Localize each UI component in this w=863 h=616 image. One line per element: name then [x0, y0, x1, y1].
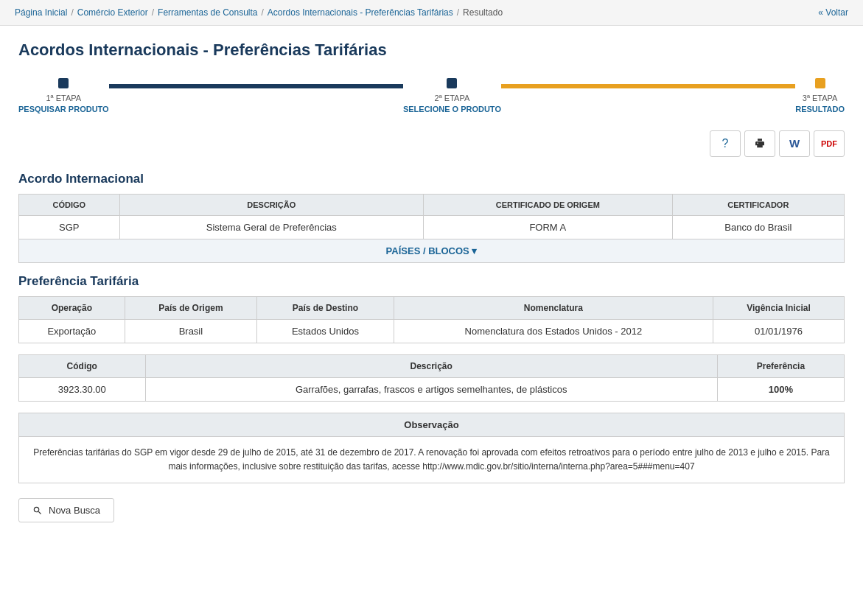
pref-col-origem: País de Origem [125, 296, 256, 319]
acordo-certificador: Banco do Brasil [672, 215, 844, 239]
pref2-col-codigo: Código [19, 354, 146, 377]
breadcrumb-comercio[interactable]: Comércio Exterior [77, 7, 148, 18]
connector-1 [109, 84, 403, 88]
paises-link[interactable]: PAÍSES / BLOCOS ▾ [386, 245, 478, 256]
steps-progress: 1ª ETAPA PESQUISAR PRODUTO 2ª ETAPA SELE… [18, 78, 845, 116]
breadcrumb-acordos[interactable]: Acordos Internacionais - Preferências Ta… [268, 7, 453, 18]
step-2-num: 2ª ETAPA [403, 93, 501, 104]
pref2-descricao: Garrafões, garrafas, frascos e artigos s… [145, 377, 717, 401]
print-button[interactable] [744, 130, 775, 157]
step-3: 3ª ETAPA RESULTADO [795, 78, 845, 116]
pdf-button[interactable]: PDF [814, 130, 845, 157]
breadcrumb-home[interactable]: Página Inicial [15, 7, 67, 18]
preferencia-table-2: Código Descrição Preferência 3923.30.00 … [18, 354, 845, 402]
step-3-name: RESULTADO [795, 104, 845, 115]
pref-origem: Brasil [125, 319, 256, 343]
obs-body: Preferências tarifárias do SGP em vigor … [18, 436, 845, 483]
step-1-num: 1ª ETAPA [18, 93, 109, 104]
step-3-num: 3ª ETAPA [795, 93, 845, 104]
nova-busca-label: Nova Busca [49, 505, 100, 516]
pref2-codigo: 3923.30.00 [19, 377, 146, 401]
step-1-dot [58, 78, 69, 88]
step-3-dot [815, 78, 825, 88]
acordo-codigo: SGP [19, 215, 120, 239]
acordo-col-certificador: CERTIFICADOR [672, 194, 844, 215]
pref2-col-descricao: Descrição [145, 354, 717, 377]
pref-col-destino: País de Destino [257, 296, 394, 319]
search-icon [32, 505, 43, 516]
breadcrumb: Página Inicial / Comércio Exterior / Fer… [0, 0, 863, 26]
acordo-certificado: FORM A [423, 215, 672, 239]
acordo-section-title: Acordo Internacional [18, 172, 845, 186]
acordo-table: CÓDIGO DESCRIÇÃO CERTIFICADO DE ORIGEM C… [18, 194, 845, 263]
acordo-col-descricao: DESCRIÇÃO [119, 194, 423, 215]
pref-col-vigencia: Vigência Inicial [713, 296, 844, 319]
help-button[interactable]: ? [710, 130, 741, 157]
nova-busca-button[interactable]: Nova Busca [18, 498, 114, 522]
acordo-col-codigo: CÓDIGO [19, 194, 120, 215]
pref-destino: Estados Unidos [257, 319, 394, 343]
step-1-name: PESQUISAR PRODUTO [18, 104, 109, 115]
step-2-name: SELECIONE O PRODUTO [403, 104, 501, 115]
word-button[interactable]: W [779, 130, 810, 157]
pref-row-1: Exportação Brasil Estados Unidos Nomencl… [19, 319, 845, 343]
pref-row-2: 3923.30.00 Garrafões, garrafas, frascos … [19, 377, 845, 401]
obs-header: Observação [18, 413, 845, 436]
step-2: 2ª ETAPA SELECIONE O PRODUTO [403, 78, 501, 116]
acordo-col-certificado: CERTIFICADO DE ORIGEM [423, 194, 672, 215]
step-2-dot [447, 78, 457, 88]
pref-operacao: Exportação [19, 319, 125, 343]
breadcrumb-current: Resultado [463, 7, 503, 18]
preferencia-section-title: Preferência Tarifária [18, 274, 845, 289]
toolbar: ? W PDF [18, 130, 845, 157]
acordo-row: SGP Sistema Geral de Preferências FORM A… [19, 215, 845, 239]
preferencia-table-1: Operação País de Origem País de Destino … [18, 296, 845, 343]
connector-2 [501, 84, 795, 88]
breadcrumb-ferramentas[interactable]: Ferramentas de Consulta [158, 7, 257, 18]
pref-nomenclatura: Nomenclatura dos Estados Unidos - 2012 [394, 319, 713, 343]
back-link[interactable]: Voltar [818, 7, 848, 18]
paises-row: PAÍSES / BLOCOS ▾ [19, 239, 845, 262]
pref-col-operacao: Operação [19, 296, 125, 319]
step-1: 1ª ETAPA PESQUISAR PRODUTO [18, 78, 109, 116]
pref-vigencia: 01/01/1976 [713, 319, 844, 343]
pref-col-nomenclatura: Nomenclatura [394, 296, 713, 319]
page-title: Acordos Internacionais - Preferências Ta… [18, 41, 845, 60]
acordo-descricao: Sistema Geral de Preferências [119, 215, 423, 239]
pref2-col-preferencia: Preferência [717, 354, 844, 377]
pref2-preferencia: 100% [717, 377, 844, 401]
